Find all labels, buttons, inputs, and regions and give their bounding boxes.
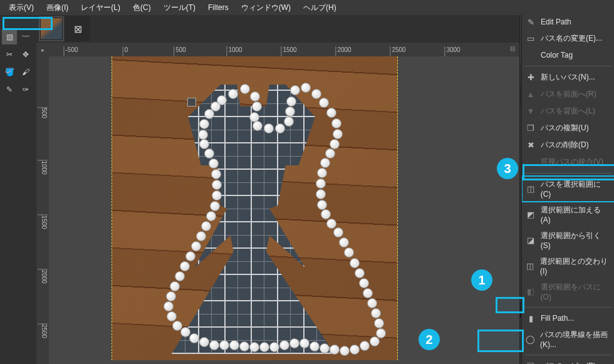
path-node[interactable] — [212, 180, 222, 190]
path-node[interactable] — [206, 211, 216, 221]
path-node[interactable] — [350, 258, 360, 268]
path-node[interactable] — [359, 278, 369, 288]
path-node[interactable] — [326, 108, 336, 118]
path-node[interactable] — [164, 301, 174, 311]
path-node[interactable] — [285, 107, 295, 117]
clone-tool[interactable]: ✎ — [2, 82, 17, 97]
menu-windows[interactable]: ウィンドウ(W) — [235, 1, 297, 15]
path-node[interactable] — [180, 261, 190, 271]
path-node[interactable] — [189, 333, 199, 343]
path-node[interactable] — [317, 168, 327, 178]
path-node[interactable] — [239, 341, 249, 351]
path-node[interactable] — [249, 342, 259, 352]
path-node[interactable] — [180, 327, 190, 337]
path-node[interactable] — [210, 201, 220, 211]
cm-copy-path[interactable]: ❏パスのコピー(P) — [522, 358, 614, 364]
cm-stroke-path[interactable]: ◯パスの境界線を描画(K)... — [522, 326, 614, 352]
path-node[interactable] — [331, 118, 341, 128]
path-node[interactable] — [289, 338, 299, 348]
path-node[interactable] — [191, 241, 201, 251]
cm-intersect-selection[interactable]: ◫選択範囲との交わり(I) — [522, 253, 614, 279]
image-tab-close[interactable]: ⊠ — [65, 16, 90, 41]
path-node[interactable] — [319, 98, 329, 108]
move-tool[interactable]: ✥ — [18, 47, 33, 62]
path-node[interactable] — [333, 227, 343, 237]
cm-fill-path[interactable]: ▮Fill Path... — [522, 310, 614, 326]
path-node[interactable] — [310, 341, 320, 351]
path-node[interactable] — [299, 338, 310, 348]
path-node[interactable] — [355, 268, 365, 278]
path-node[interactable] — [360, 341, 370, 351]
path-node[interactable] — [340, 346, 350, 356]
bucket-tool[interactable]: 🪣 — [2, 65, 17, 80]
path-node[interactable] — [371, 308, 381, 318]
path-node[interactable] — [199, 139, 209, 149]
path-node[interactable] — [259, 342, 269, 352]
path-node[interactable] — [370, 336, 380, 346]
path-node[interactable] — [198, 130, 208, 140]
menu-view[interactable]: 表示(V) — [3, 1, 40, 15]
path-node[interactable] — [339, 237, 349, 247]
path-node[interactable] — [301, 83, 311, 93]
cm-sub-from-selection[interactable]: ◪選択範囲から引く(S) — [522, 227, 614, 253]
canvas[interactable] — [49, 56, 507, 364]
path-node[interactable] — [199, 337, 209, 347]
path-node[interactable] — [344, 247, 354, 257]
path-node[interactable] — [320, 158, 330, 168]
path-node[interactable] — [209, 340, 219, 350]
path-node[interactable] — [367, 298, 377, 308]
menu-layer[interactable]: レイヤー(L) — [75, 1, 127, 15]
path-node[interactable] — [284, 117, 294, 127]
ruler-vertical[interactable]: 500 1000 1500 2000 2500 — [36, 56, 49, 364]
cm-rename-path[interactable]: ▭パス名の変更(E)... — [522, 30, 614, 47]
ruler-horizontal[interactable]: -500 0 500 1000 1500 2000 2500 3000 — [49, 43, 507, 57]
path-node[interactable] — [316, 189, 326, 199]
menu-image[interactable]: 画像(I) — [40, 1, 75, 15]
cm-edit-path[interactable]: ✎Edit Path — [522, 14, 614, 30]
path-node[interactable] — [172, 321, 182, 331]
path-node[interactable] — [211, 169, 221, 179]
path-node[interactable] — [269, 342, 279, 352]
path-start-handle-icon[interactable] — [187, 98, 196, 107]
brush-tool[interactable]: 🖌 — [18, 65, 33, 80]
path-node[interactable] — [212, 190, 222, 200]
cm-new-path[interactable]: ✚新しいパス(N)... — [522, 69, 614, 86]
rect-select-tool[interactable]: ▧ — [2, 29, 17, 44]
path-node[interactable] — [330, 139, 340, 149]
path-node[interactable] — [201, 221, 211, 231]
path-node[interactable] — [350, 345, 360, 355]
path-node[interactable] — [219, 340, 229, 350]
path-node[interactable] — [326, 219, 336, 229]
path-node[interactable] — [204, 148, 214, 159]
menu-filters[interactable]: Filters — [202, 1, 235, 14]
cm-duplicate-path[interactable]: ❐パスの複製(U) — [522, 120, 614, 137]
path-node[interactable] — [325, 148, 335, 159]
path-node[interactable] — [175, 271, 185, 281]
cm-add-to-selection[interactable]: ◩選択範囲に加える(A) — [522, 202, 614, 227]
path-node[interactable] — [229, 340, 239, 350]
path-node[interactable] — [167, 311, 177, 321]
path-node[interactable] — [170, 281, 180, 291]
path-node[interactable] — [250, 91, 260, 101]
ruler-corner-icon[interactable]: ▸ — [36, 43, 49, 56]
path-node[interactable] — [196, 231, 206, 241]
path-node[interactable] — [316, 179, 326, 189]
path-node[interactable] — [166, 291, 176, 301]
path-node[interactable] — [333, 129, 343, 139]
path-node[interactable] — [228, 89, 238, 99]
path-node[interactable] — [199, 119, 209, 129]
cm-path-to-selection[interactable]: ◫パスを選択範囲に(C) — [522, 176, 614, 202]
path-node[interactable] — [211, 101, 221, 112]
path-node[interactable] — [240, 84, 250, 94]
path-node[interactable] — [252, 101, 262, 112]
path-node[interactable] — [321, 209, 331, 219]
path-tool[interactable]: ✑ — [18, 82, 33, 97]
menu-colors[interactable]: 色(C) — [127, 1, 157, 15]
lasso-tool[interactable]: 〰 — [18, 29, 33, 44]
menu-help[interactable]: ヘルプ(H) — [297, 1, 343, 15]
path-node[interactable] — [330, 345, 340, 355]
path-node[interactable] — [290, 85, 300, 95]
image-tab-1[interactable] — [39, 16, 64, 41]
menu-tools[interactable]: ツール(T) — [157, 1, 202, 15]
cm-delete-path[interactable]: ✖パスの削除(D) — [522, 137, 614, 153]
